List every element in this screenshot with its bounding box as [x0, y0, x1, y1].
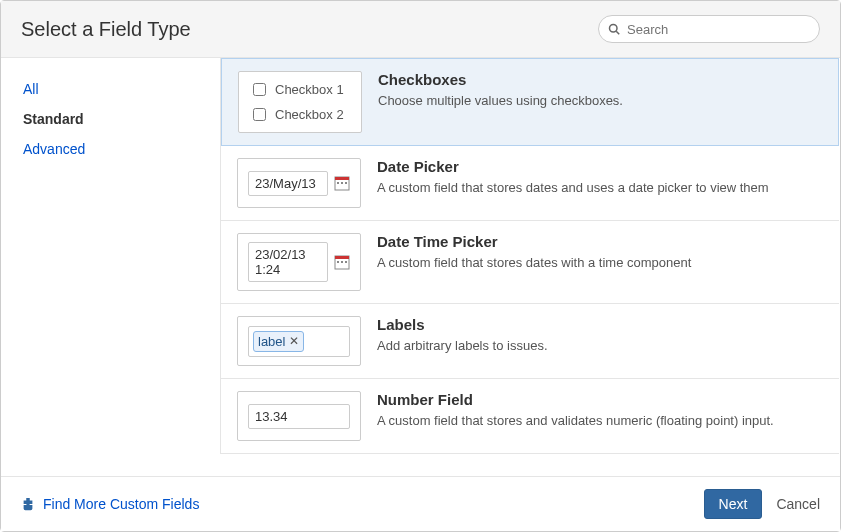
svg-rect-10	[341, 261, 343, 263]
calendar-icon	[334, 175, 350, 191]
preview-date-value: 23/May/13	[248, 171, 328, 196]
preview-datetime: 23/02/13 1:24	[237, 233, 361, 291]
preview-option-label: Checkbox 1	[275, 82, 344, 97]
field-type-number[interactable]: 13.34 Number Field A custom field that s…	[221, 379, 839, 454]
field-type-checkboxes[interactable]: Checkbox 1 Checkbox 2 Checkboxes Choose …	[221, 58, 839, 146]
field-type-list: Checkbox 1 Checkbox 2 Checkboxes Choose …	[220, 58, 839, 454]
checkbox-icon	[253, 108, 266, 121]
preview-option-label: Checkbox 2	[275, 107, 344, 122]
dialog-title: Select a Field Type	[21, 18, 191, 41]
field-type-date-picker[interactable]: 23/May/13 Date Picker	[221, 146, 839, 221]
preview-checkbox-option: Checkbox 1	[249, 80, 351, 99]
cancel-button[interactable]: Cancel	[776, 496, 820, 512]
category-sidebar: All Standard Advanced	[1, 58, 219, 476]
next-button[interactable]: Next	[704, 489, 763, 519]
preview-number-value: 13.34	[248, 404, 350, 429]
field-type-text: Labels Add arbitrary labels to issues.	[377, 316, 548, 366]
dialog-footer: Find More Custom Fields Next Cancel	[1, 477, 840, 531]
label-chip: label ✕	[253, 331, 304, 352]
sidebar-item-advanced[interactable]: Advanced	[1, 134, 219, 164]
svg-line-1	[616, 31, 619, 34]
preview-checkboxes: Checkbox 1 Checkbox 2	[238, 71, 362, 133]
label-chip-text: label	[258, 334, 285, 349]
svg-rect-4	[337, 182, 339, 184]
preview-date: 23/May/13	[237, 158, 361, 208]
field-type-text: Date Time Picker A custom field that sto…	[377, 233, 691, 291]
remove-label-icon: ✕	[289, 334, 299, 348]
svg-rect-9	[337, 261, 339, 263]
svg-rect-6	[345, 182, 347, 184]
field-type-title: Date Picker	[377, 158, 769, 175]
plugin-icon	[21, 497, 35, 511]
search-icon	[608, 23, 620, 35]
field-type-title: Number Field	[377, 391, 774, 408]
preview-labels: label ✕	[237, 316, 361, 366]
calendar-icon	[334, 254, 350, 270]
svg-point-0	[610, 25, 618, 33]
find-more-label: Find More Custom Fields	[43, 496, 199, 512]
field-type-text: Number Field A custom field that stores …	[377, 391, 774, 441]
footer-actions: Next Cancel	[704, 489, 820, 519]
field-type-labels[interactable]: label ✕ Labels Add arbitrary labels to i…	[221, 304, 839, 379]
field-type-list-scroll[interactable]: Checkbox 1 Checkbox 2 Checkboxes Choose …	[219, 58, 840, 476]
field-type-desc: Choose multiple values using checkboxes.	[378, 92, 623, 110]
field-type-title: Checkboxes	[378, 71, 623, 88]
field-type-text: Date Picker A custom field that stores d…	[377, 158, 769, 208]
field-type-text: Checkboxes Choose multiple values using …	[378, 71, 623, 133]
preview-datetime-value: 23/02/13 1:24	[248, 242, 328, 282]
preview-number: 13.34	[237, 391, 361, 441]
field-type-desc: Add arbitrary labels to issues.	[377, 337, 548, 355]
select-field-type-dialog: Select a Field Type All Standard Advance…	[0, 0, 841, 532]
field-type-desc: A custom field that stores dates with a …	[377, 254, 691, 272]
sidebar-item-all[interactable]: All	[1, 74, 219, 104]
svg-rect-5	[341, 182, 343, 184]
sidebar-item-standard[interactable]: Standard	[1, 104, 219, 134]
dialog-header: Select a Field Type	[1, 1, 840, 58]
field-type-title: Labels	[377, 316, 548, 333]
field-type-title: Date Time Picker	[377, 233, 691, 250]
preview-checkbox-option: Checkbox 2	[249, 105, 351, 124]
field-type-date-time-picker[interactable]: 23/02/13 1:24 Date Time Picker	[221, 221, 839, 304]
svg-rect-3	[335, 177, 349, 180]
dialog-body: All Standard Advanced Checkbox 1 Checkbo…	[1, 58, 840, 477]
search-input[interactable]	[598, 15, 820, 43]
svg-rect-8	[335, 256, 349, 259]
find-more-link[interactable]: Find More Custom Fields	[21, 496, 199, 512]
field-type-desc: A custom field that stores dates and use…	[377, 179, 769, 197]
search-field-wrap	[598, 15, 820, 43]
field-type-desc: A custom field that stores and validates…	[377, 412, 774, 430]
checkbox-icon	[253, 83, 266, 96]
svg-rect-11	[345, 261, 347, 263]
